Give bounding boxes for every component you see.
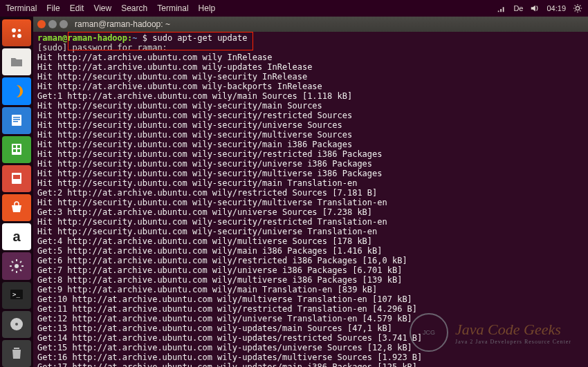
system-indicators: De 04:19 xyxy=(497,3,582,13)
close-icon[interactable] xyxy=(37,20,46,28)
launcher-settings[interactable] xyxy=(2,252,31,279)
launcher-trash[interactable] xyxy=(2,340,31,367)
launcher-writer[interactable] xyxy=(2,107,31,134)
unity-launcher: a >_ xyxy=(0,17,33,367)
prompt-path: ~ xyxy=(132,33,137,43)
svg-rect-8 xyxy=(13,119,20,120)
svg-rect-12 xyxy=(17,145,20,148)
svg-rect-14 xyxy=(17,149,20,152)
network-icon[interactable] xyxy=(497,3,506,13)
terminal-output[interactable]: raman@raman-hadoop:~ $ sudo apt-get upda… xyxy=(33,32,588,367)
launcher-firefox[interactable] xyxy=(2,77,31,104)
prompt-symbol: $ xyxy=(143,33,147,43)
svg-point-2 xyxy=(18,29,21,32)
menu-help[interactable]: Help xyxy=(199,3,216,13)
maximize-icon[interactable] xyxy=(59,20,68,28)
window-title: raman@raman-hadoop: ~ xyxy=(75,19,170,29)
svg-point-0 xyxy=(576,6,579,10)
launcher-files[interactable] xyxy=(2,48,31,75)
gear-icon[interactable] xyxy=(573,3,582,13)
clock[interactable]: 04:19 xyxy=(546,4,566,12)
svg-rect-13 xyxy=(13,149,16,152)
svg-point-17 xyxy=(15,264,19,268)
launcher-terminal[interactable]: >_ xyxy=(2,282,31,309)
svg-rect-6 xyxy=(12,115,21,126)
svg-point-21 xyxy=(15,323,18,326)
launcher-software[interactable] xyxy=(2,194,31,221)
sudo-prompt: [sudo] password for raman: xyxy=(37,43,167,53)
launcher-calc[interactable] xyxy=(2,136,31,163)
menu-view[interactable]: View xyxy=(93,3,111,13)
system-topbar: Terminal File Edit View Search Terminal … xyxy=(0,0,588,17)
window-titlebar[interactable]: raman@raman-hadoop: ~ xyxy=(33,17,588,32)
svg-point-3 xyxy=(12,35,15,37)
launcher-amazon[interactable]: a xyxy=(2,223,31,250)
keyboard-layout[interactable]: De xyxy=(513,4,523,12)
command-text: sudo apt-get update xyxy=(152,33,247,43)
menu-terminal[interactable]: Terminal xyxy=(6,3,37,13)
output-lines: Hit http://at.archive.ubuntu.com wily In… xyxy=(37,53,584,367)
svg-rect-22 xyxy=(14,348,19,349)
svg-rect-16 xyxy=(13,175,20,179)
desktop: a >_ raman@raman-hadoop: ~ raman@raman-h… xyxy=(0,17,588,367)
launcher-disc[interactable] xyxy=(2,311,31,338)
menu-terminal2[interactable]: Terminal xyxy=(157,3,188,13)
svg-rect-7 xyxy=(13,117,20,118)
svg-text:>_: >_ xyxy=(12,291,20,298)
app-menu: Terminal File Edit View Search Terminal … xyxy=(6,3,215,13)
menu-search[interactable]: Search xyxy=(121,3,147,13)
launcher-dash[interactable] xyxy=(2,19,31,46)
terminal-window: raman@raman-hadoop: ~ raman@raman-hadoop… xyxy=(33,17,588,367)
menu-edit[interactable]: Edit xyxy=(70,3,84,13)
volume-icon[interactable] xyxy=(530,3,540,13)
svg-point-4 xyxy=(17,34,21,38)
svg-point-1 xyxy=(12,28,16,32)
launcher-impress[interactable] xyxy=(2,165,31,192)
prompt-user: raman@raman-hadoop xyxy=(37,33,127,43)
svg-rect-11 xyxy=(13,145,16,148)
menu-file[interactable]: File xyxy=(46,3,59,13)
svg-rect-9 xyxy=(13,121,18,122)
minimize-icon[interactable] xyxy=(48,20,57,28)
